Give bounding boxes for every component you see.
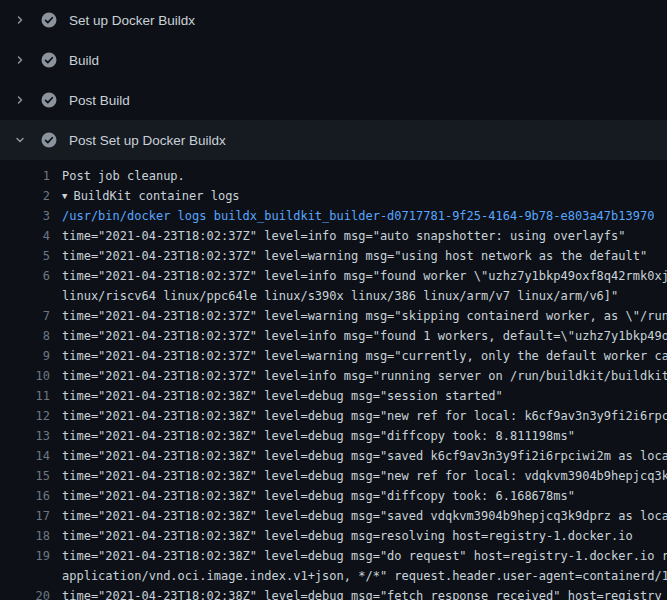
log-text: time="2021-04-23T18:02:37Z" level=info m… bbox=[62, 226, 626, 246]
log-text: time="2021-04-23T18:02:38Z" level=debug … bbox=[62, 426, 575, 446]
check-circle-icon bbox=[41, 52, 57, 68]
log-text: Post job cleanup. bbox=[62, 166, 185, 186]
step-section-header[interactable]: Set up Docker Buildx bbox=[0, 0, 667, 40]
log-text: linux/riscv64 linux/ppc64le linux/s390x … bbox=[62, 286, 618, 306]
log-line: 9time="2021-04-23T18:02:37Z" level=warni… bbox=[0, 346, 667, 366]
step-section-header[interactable]: Post Build bbox=[0, 80, 667, 120]
check-circle-icon bbox=[41, 92, 57, 108]
log-line: 13time="2021-04-23T18:02:38Z" level=debu… bbox=[0, 426, 667, 446]
chevron-right-icon[interactable] bbox=[14, 14, 26, 26]
log-line: 8time="2021-04-23T18:02:37Z" level=info … bbox=[0, 326, 667, 346]
log-line-number[interactable]: 1 bbox=[0, 166, 50, 186]
log-group-toggle-icon[interactable]: ▼ bbox=[62, 186, 67, 206]
actions-log-viewer: Set up Docker BuildxBuildPost BuildPost … bbox=[0, 0, 667, 600]
chevron-right-icon[interactable] bbox=[14, 94, 26, 106]
log-line: 12time="2021-04-23T18:02:38Z" level=debu… bbox=[0, 406, 667, 426]
log-line-number[interactable]: 2 bbox=[0, 186, 50, 206]
step-section-header[interactable]: Build bbox=[0, 40, 667, 80]
log-line-continuation: linux/riscv64 linux/ppc64le linux/s390x … bbox=[0, 286, 667, 306]
log-line: 5time="2021-04-23T18:02:37Z" level=warni… bbox=[0, 246, 667, 266]
log-line: 19time="2021-04-23T18:02:38Z" level=debu… bbox=[0, 546, 667, 566]
log-line-number bbox=[0, 566, 50, 586]
chevron-right-icon[interactable] bbox=[14, 54, 26, 66]
log-line-number[interactable]: 6 bbox=[0, 266, 50, 286]
log-line: 6time="2021-04-23T18:02:37Z" level=info … bbox=[0, 266, 667, 286]
log-line-number[interactable]: 16 bbox=[0, 486, 50, 506]
step-section-label: Build bbox=[69, 53, 99, 68]
log-line-number[interactable]: 20 bbox=[0, 586, 50, 600]
log-text: time="2021-04-23T18:02:37Z" level=warnin… bbox=[62, 246, 647, 266]
log-line-number[interactable]: 3 bbox=[0, 206, 50, 226]
log-line-number[interactable]: 13 bbox=[0, 426, 50, 446]
log-line: 15time="2021-04-23T18:02:38Z" level=debu… bbox=[0, 466, 667, 486]
log-line-number[interactable]: 19 bbox=[0, 546, 50, 566]
log-text: time="2021-04-23T18:02:38Z" level=debug … bbox=[62, 526, 633, 546]
log-line-number[interactable]: 10 bbox=[0, 366, 50, 386]
log-line: 16time="2021-04-23T18:02:38Z" level=debu… bbox=[0, 486, 667, 506]
step-section-label: Post Build bbox=[69, 93, 130, 108]
log-line: 14time="2021-04-23T18:02:38Z" level=debu… bbox=[0, 446, 667, 466]
log-text: time="2021-04-23T18:02:38Z" level=debug … bbox=[62, 546, 667, 566]
log-line-number[interactable]: 14 bbox=[0, 446, 50, 466]
log-line-number bbox=[0, 286, 50, 306]
log-text: time="2021-04-23T18:02:38Z" level=debug … bbox=[62, 486, 575, 506]
log-text: application/vnd.oci.image.index.v1+json,… bbox=[62, 566, 667, 586]
log-text: time="2021-04-23T18:02:37Z" level=info m… bbox=[62, 266, 667, 286]
step-sections: Set up Docker BuildxBuildPost BuildPost … bbox=[0, 0, 667, 160]
log-line-number[interactable]: 12 bbox=[0, 406, 50, 426]
step-section-label: Set up Docker Buildx bbox=[69, 13, 195, 28]
check-circle-icon bbox=[41, 12, 57, 28]
step-section-header[interactable]: Post Set up Docker Buildx bbox=[0, 120, 667, 160]
log-line-continuation: application/vnd.oci.image.index.v1+json,… bbox=[0, 566, 667, 586]
check-circle-icon bbox=[41, 132, 57, 148]
log-line: 18time="2021-04-23T18:02:38Z" level=debu… bbox=[0, 526, 667, 546]
log-line-number[interactable]: 5 bbox=[0, 246, 50, 266]
log-line-number[interactable]: 8 bbox=[0, 326, 50, 346]
log-line: 1Post job cleanup. bbox=[0, 166, 667, 186]
log-text: time="2021-04-23T18:02:38Z" level=debug … bbox=[62, 466, 667, 486]
log-line: 17time="2021-04-23T18:02:38Z" level=debu… bbox=[0, 506, 667, 526]
log-text: time="2021-04-23T18:02:37Z" level=info m… bbox=[62, 326, 667, 346]
log-line: 2▼BuildKit container logs bbox=[0, 186, 667, 206]
log-line: 3/usr/bin/docker logs buildx_buildkit_bu… bbox=[0, 206, 667, 226]
log-line-number[interactable]: 17 bbox=[0, 506, 50, 526]
log-text: time="2021-04-23T18:02:38Z" level=debug … bbox=[62, 506, 667, 526]
log-text: time="2021-04-23T18:02:37Z" level=warnin… bbox=[62, 306, 667, 326]
log-text: time="2021-04-23T18:02:38Z" level=debug … bbox=[62, 406, 667, 426]
log-line-number[interactable]: 11 bbox=[0, 386, 50, 406]
chevron-down-icon[interactable] bbox=[14, 134, 26, 146]
step-section-label: Post Set up Docker Buildx bbox=[69, 133, 226, 148]
log-line-number[interactable]: 18 bbox=[0, 526, 50, 546]
log-line: 11time="2021-04-23T18:02:38Z" level=debu… bbox=[0, 386, 667, 406]
log-area: 1Post job cleanup.2▼BuildKit container l… bbox=[0, 160, 667, 600]
log-line-number[interactable]: 7 bbox=[0, 306, 50, 326]
log-text: time="2021-04-23T18:02:38Z" level=debug … bbox=[62, 386, 503, 406]
log-line-number[interactable]: 4 bbox=[0, 226, 50, 246]
log-line: 20time="2021-04-23T18:02:38Z" level=debu… bbox=[0, 586, 667, 600]
log-text: time="2021-04-23T18:02:38Z" level=debug … bbox=[62, 446, 667, 466]
log-text: BuildKit container logs bbox=[73, 186, 239, 206]
log-command-text: /usr/bin/docker logs buildx_buildkit_bui… bbox=[62, 206, 654, 226]
log-line-number[interactable]: 9 bbox=[0, 346, 50, 366]
log-line: 4time="2021-04-23T18:02:37Z" level=info … bbox=[0, 226, 667, 246]
log-text: time="2021-04-23T18:02:38Z" level=debug … bbox=[62, 586, 662, 600]
log-text: time="2021-04-23T18:02:37Z" level=info m… bbox=[62, 366, 667, 386]
log-text: time="2021-04-23T18:02:37Z" level=warnin… bbox=[62, 346, 667, 366]
log-line: 10time="2021-04-23T18:02:37Z" level=info… bbox=[0, 366, 667, 386]
log-line: 7time="2021-04-23T18:02:37Z" level=warni… bbox=[0, 306, 667, 326]
log-line-number[interactable]: 15 bbox=[0, 466, 50, 486]
